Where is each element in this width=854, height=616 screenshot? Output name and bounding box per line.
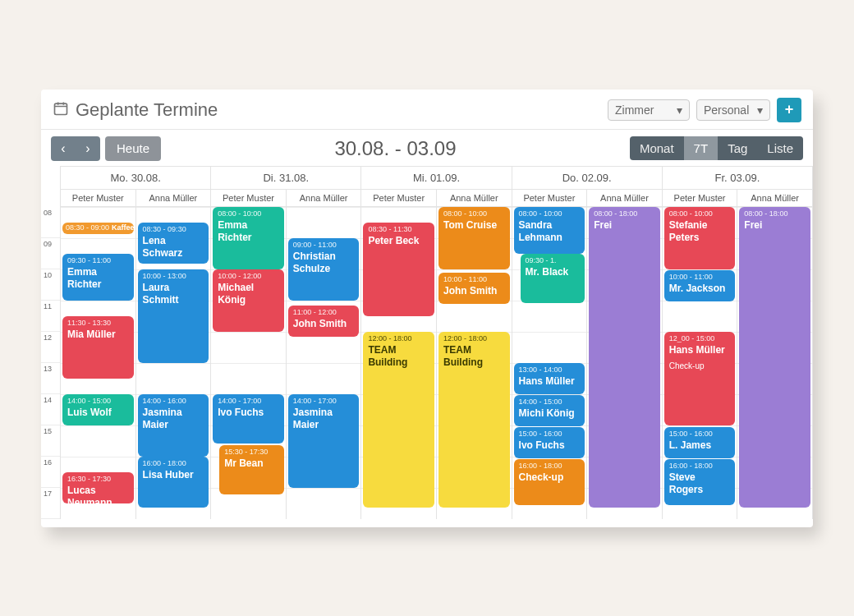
calendar-event[interactable]: 09:00 - 11:00Christian Schulze bbox=[288, 238, 360, 301]
calendar-event[interactable]: 16:30 - 17:30Lucas Neumann bbox=[62, 472, 134, 503]
calendar-event[interactable]: 12:00 - 18:00TEAM Building bbox=[438, 332, 510, 508]
event-title: Mr. Black bbox=[526, 266, 581, 278]
event-time: 14:00 - 16:00 bbox=[143, 397, 204, 406]
chevron-down-icon: ▾ bbox=[677, 103, 682, 117]
event-time: 14:00 - 17:00 bbox=[293, 397, 355, 406]
titlebar: Geplante Termine Zimmer ▾ Personal ▾ + bbox=[41, 90, 813, 130]
hour-label: 14 bbox=[41, 394, 60, 425]
view-switch: Monat 7T Tag Liste bbox=[630, 136, 803, 160]
event-title: Michi König bbox=[519, 407, 581, 420]
calendar-event[interactable]: 10:00 - 13:00Laura Schmitt bbox=[138, 269, 209, 363]
event-title: Lucas Neumann bbox=[67, 485, 129, 503]
event-title: Hans Müller bbox=[519, 375, 581, 388]
event-time: 15:00 - 16:00 bbox=[669, 430, 731, 439]
chevron-right-icon: › bbox=[85, 141, 90, 156]
event-time: 08:30 - 09:30 bbox=[143, 225, 204, 234]
calendar-event[interactable]: 08:30 - 11:30Peter Beck bbox=[363, 223, 434, 316]
add-button[interactable]: + bbox=[777, 98, 801, 122]
view-day[interactable]: Tag bbox=[718, 136, 757, 160]
person-header-row: Peter MusterAnna MüllerPeter MusterAnna … bbox=[41, 190, 813, 207]
calendar-event[interactable]: 12:00 - 18:00TEAM Building bbox=[363, 332, 434, 508]
event-time: 09:30 - 1. bbox=[526, 256, 581, 265]
next-button[interactable]: › bbox=[76, 136, 100, 161]
event-time: 14:00 - 15:00 bbox=[67, 397, 129, 406]
hour-label: 11 bbox=[41, 301, 60, 332]
today-button[interactable]: Heute bbox=[105, 136, 161, 161]
calendar-track: 08:00 - 10:00Stefanie Peters10:00 - 11:0… bbox=[663, 207, 738, 519]
event-time: 09:00 - 11:00 bbox=[293, 241, 355, 250]
view-7t[interactable]: 7T bbox=[684, 136, 719, 160]
calendar-event[interactable]: 10:00 - 11:00John Smith bbox=[438, 273, 510, 304]
event-title: Mr Bean bbox=[224, 457, 279, 470]
zimmer-dropdown[interactable]: Zimmer ▾ bbox=[608, 99, 690, 121]
calendar-icon bbox=[53, 100, 69, 120]
view-list[interactable]: Liste bbox=[757, 136, 803, 160]
person-header: Anna Müller bbox=[437, 190, 512, 207]
person-header: Peter Muster bbox=[211, 190, 287, 207]
calendar-event[interactable]: 08:00 - 10:00Emma Richter bbox=[213, 207, 284, 269]
event-title: Michael König bbox=[218, 282, 279, 306]
event-time: 08:30 - 09:00 bbox=[66, 223, 109, 232]
hour-label: 12 bbox=[41, 332, 60, 363]
hour-label: 15 bbox=[41, 425, 60, 457]
calendar-track: 08:30 - 09:00Kaffee09:30 - 11:00Emma Ric… bbox=[61, 207, 136, 519]
calendar-event[interactable]: 16:00 - 18:00Lisa Huber bbox=[138, 457, 209, 508]
plus-icon: + bbox=[785, 101, 794, 118]
calendar-event[interactable]: 08:00 - 18:00Frei bbox=[739, 207, 810, 508]
calendar-event[interactable]: 08:00 - 18:00Frei bbox=[589, 207, 660, 508]
calendar-event[interactable]: 14:00 - 17:00Ivo Fuchs bbox=[213, 394, 284, 444]
calendar-event[interactable]: 15:30 - 17:30Mr Bean bbox=[219, 445, 284, 494]
event-time: 08:30 - 11:30 bbox=[368, 225, 429, 234]
calendar-event[interactable]: 16:00 - 18:00Steve Rogers bbox=[664, 459, 736, 505]
calendar-track: 08:00 - 10:00Tom Cruise10:00 - 11:00John… bbox=[437, 207, 512, 519]
event-time: 11:30 - 13:30 bbox=[67, 319, 129, 328]
hours-column: 08091011121314151617 bbox=[41, 207, 61, 519]
svg-rect-0 bbox=[55, 103, 67, 114]
calendar-event[interactable]: 14:00 - 15:00Michi König bbox=[514, 395, 585, 426]
calendar-event[interactable]: 13:00 - 14:00Hans Müller bbox=[514, 363, 585, 394]
calendar-event[interactable]: 15:00 - 16:00L. James bbox=[664, 427, 736, 458]
calendar-event[interactable]: 08:30 - 09:00Kaffee bbox=[62, 223, 134, 234]
event-time: 08:00 - 10:00 bbox=[218, 209, 279, 218]
calendar-event[interactable]: 08:00 - 10:00Sandra Lehmann bbox=[514, 207, 585, 254]
event-title: Ivo Fuchs bbox=[519, 439, 581, 452]
calendar-event[interactable]: 10:00 - 11:00Mr. Jackson bbox=[664, 270, 736, 301]
calendar-track: 08:00 - 10:00Emma Richter10:00 - 12:00Mi… bbox=[211, 207, 287, 519]
calendar-event[interactable]: 15:00 - 16:00Ivo Fuchs bbox=[514, 427, 585, 458]
calendar-event[interactable]: 08:30 - 09:30Lena Schwarz bbox=[138, 223, 209, 264]
event-extra: Check-up bbox=[669, 361, 731, 372]
calendar-event[interactable]: 08:00 - 10:00Tom Cruise bbox=[438, 207, 510, 269]
event-title: L. James bbox=[669, 439, 731, 452]
personal-dropdown[interactable]: Personal ▾ bbox=[696, 99, 770, 121]
calendar-event[interactable]: 14:00 - 17:00Jasmina Maier bbox=[288, 394, 360, 488]
event-time: 11:00 - 12:00 bbox=[293, 308, 355, 317]
calendar-event[interactable]: 16:00 - 18:00Check-up bbox=[514, 459, 585, 505]
calendar-event[interactable]: 11:00 - 12:00John Smith bbox=[288, 306, 360, 337]
calendar-event[interactable]: 08:00 - 10:00Stefanie Peters bbox=[664, 207, 736, 269]
hour-spacer bbox=[41, 166, 61, 190]
calendar-grid: Mo. 30.08.Di. 31.08.Mi. 01.09.Do. 02.09.… bbox=[41, 166, 813, 527]
event-time: 12_00 - 15:00 bbox=[669, 334, 731, 343]
event-title: TEAM Building bbox=[443, 344, 505, 369]
zimmer-label: Zimmer bbox=[615, 103, 654, 117]
event-title: Lena Schwarz bbox=[143, 235, 204, 260]
event-time: 15:30 - 17:30 bbox=[224, 448, 279, 457]
calendar-event[interactable]: 09:30 - 1.Mr. Black bbox=[521, 254, 585, 303]
calendar-track: 08:30 - 09:30Lena Schwarz10:00 - 13:00La… bbox=[136, 207, 212, 519]
calendar-event[interactable]: 12_00 - 15:00Hans MüllerCheck-up bbox=[664, 332, 736, 425]
calendar-event[interactable]: 14:00 - 15:00Luis Wolf bbox=[62, 394, 134, 425]
person-header: Peter Muster bbox=[512, 190, 588, 207]
calendar-event[interactable]: 09:30 - 11:00Emma Richter bbox=[62, 254, 134, 301]
person-header: Anna Müller bbox=[136, 190, 212, 207]
event-title: Sandra Lehmann bbox=[519, 219, 581, 244]
calendar-event[interactable]: 11:30 - 13:30Mia Müller bbox=[62, 316, 134, 379]
event-time: 08:00 - 10:00 bbox=[519, 209, 581, 218]
prev-button[interactable]: ‹ bbox=[51, 136, 76, 161]
hour-spacer bbox=[41, 190, 61, 207]
view-month[interactable]: Monat bbox=[630, 136, 684, 160]
event-title: Emma Richter bbox=[218, 219, 279, 244]
hour-label: 13 bbox=[41, 363, 60, 394]
calendar-event[interactable]: 14:00 - 16:00Jasmina Maier bbox=[138, 394, 209, 457]
calendar-event[interactable]: 10:00 - 12:00Michael König bbox=[213, 269, 284, 332]
day-header: Mo. 30.08. bbox=[61, 166, 211, 190]
